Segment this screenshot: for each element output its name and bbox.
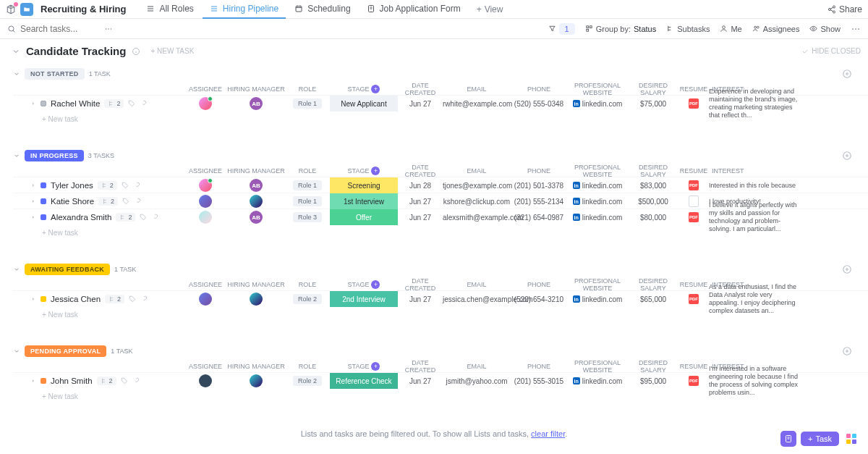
add-view-button[interactable]: + View xyxy=(469,4,511,14)
tag-icon[interactable] xyxy=(122,198,129,205)
tab-scheduling[interactable]: Scheduling xyxy=(287,0,357,19)
task-name[interactable]: Alexandra Smith xyxy=(51,213,111,222)
role-cell[interactable]: Role 2 xyxy=(285,376,330,386)
link-icon[interactable] xyxy=(151,214,158,221)
tag-icon[interactable] xyxy=(129,295,136,303)
interest-cell[interactable]: As a data enthusiast, I find the Data An… xyxy=(709,283,803,314)
groupby-button[interactable]: Group by: Status xyxy=(585,25,657,33)
status-dot[interactable] xyxy=(41,378,46,384)
task-name[interactable]: Tyler Jones xyxy=(51,181,93,190)
list-title[interactable]: Candidate Tracking xyxy=(26,45,126,57)
info-icon[interactable] xyxy=(132,47,140,56)
col-salary[interactable]: DESIRED SALARY xyxy=(628,277,678,292)
salary-cell[interactable]: $500,000 xyxy=(628,198,678,206)
stage-add-icon[interactable]: + xyxy=(371,167,380,175)
col-stage[interactable]: STAGE + xyxy=(330,167,398,175)
subtask-count[interactable]: 2 xyxy=(104,99,124,108)
add-column-icon[interactable] xyxy=(842,346,852,356)
email-cell[interactable]: kshore@clickup.com xyxy=(443,198,511,206)
col-phone[interactable]: PHONE xyxy=(511,363,567,370)
col-email[interactable]: EMAIL xyxy=(443,85,511,93)
website-cell[interactable]: inlinkedin.com xyxy=(567,377,628,385)
subtask-count[interactable]: 2 xyxy=(98,181,117,190)
col-role[interactable]: ROLE xyxy=(285,363,330,370)
website-cell[interactable]: inlinkedin.com xyxy=(567,295,628,303)
resume-cell[interactable]: PDF xyxy=(678,180,709,190)
subtask-count[interactable]: 2 xyxy=(105,295,124,303)
status-dot[interactable] xyxy=(41,182,46,188)
tag-icon[interactable] xyxy=(140,214,147,221)
col-email[interactable]: EMAIL xyxy=(443,363,511,370)
manager-cell[interactable]: AB xyxy=(227,211,285,224)
pdf-icon[interactable]: PDF xyxy=(689,180,699,190)
col-resume[interactable]: RESUME xyxy=(678,363,709,370)
add-column-icon[interactable] xyxy=(842,69,852,79)
date-cell[interactable]: Jun 27 xyxy=(398,198,443,206)
status-pill[interactable]: PENDING APPROVAL xyxy=(25,345,106,357)
col-assignee[interactable]: ASSIGNEE xyxy=(184,363,227,370)
salary-cell[interactable]: $80,000 xyxy=(628,214,678,222)
col-stage[interactable]: STAGE + xyxy=(330,362,398,371)
assignee-cell[interactable] xyxy=(184,374,227,387)
col-date-created[interactable]: DATE CREATED xyxy=(398,277,443,292)
col-date-created[interactable]: DATE CREATED xyxy=(398,164,443,178)
website-cell[interactable]: inlinkedin.com xyxy=(567,198,628,206)
more-icon[interactable] xyxy=(851,24,861,34)
col-date-created[interactable]: DATE CREATED xyxy=(398,359,443,374)
interest-cell[interactable]: Interested in this role because xyxy=(709,182,803,190)
role-cell[interactable]: Role 1 xyxy=(285,98,330,109)
fab-apps[interactable] xyxy=(843,431,859,447)
role-cell[interactable]: Role 3 xyxy=(285,212,330,222)
email-cell[interactable]: tjones@example.com xyxy=(443,182,511,190)
table-row[interactable]: Alexandra Smith 2 AB Role 3 Offer Jun 27… xyxy=(13,209,868,224)
col-interest[interactable]: INTEREST xyxy=(709,167,803,175)
date-cell[interactable]: Jun 27 xyxy=(398,377,443,385)
interest-cell[interactable]: Exiperence in developing and maintaining… xyxy=(709,88,803,119)
table-row[interactable]: Tyler Jones 2 AB Role 1 Screening Jun 28… xyxy=(13,177,868,193)
subtask-count[interactable]: 2 xyxy=(116,213,135,222)
date-cell[interactable]: Jun 27 xyxy=(398,295,443,303)
subtask-count[interactable]: 2 xyxy=(98,197,118,206)
chevron-down-icon[interactable] xyxy=(13,70,20,77)
col-date-created[interactable]: DATE CREATED xyxy=(398,82,443,96)
space-name[interactable]: Recruiting & Hiring xyxy=(41,4,126,14)
subtasks-button[interactable]: Subtasks xyxy=(666,25,710,33)
stage-cell[interactable]: 2nd Interview xyxy=(330,291,398,307)
chevron-down-icon[interactable] xyxy=(12,47,20,56)
hide-closed-button[interactable]: HIDE CLOSED xyxy=(801,47,861,55)
date-cell[interactable]: Jun 28 xyxy=(398,182,443,190)
phone-cell[interactable]: (520) 555-0348 xyxy=(511,100,567,108)
table-row[interactable]: John Smith 2 Role 2 Reference Check Jun … xyxy=(13,372,868,388)
fab-notepad[interactable] xyxy=(780,431,796,447)
website-cell[interactable]: inlinkedin.com xyxy=(567,182,628,190)
col-hiring-manager[interactable]: HIRING MANAGER xyxy=(227,167,285,175)
col-assignee[interactable]: ASSIGNEE xyxy=(184,85,227,93)
manager-cell[interactable] xyxy=(227,293,285,306)
pdf-icon[interactable]: PDF xyxy=(689,212,699,222)
pdf-icon[interactable]: PDF xyxy=(689,98,699,109)
email-cell[interactable]: alexsmith@example.com xyxy=(443,214,511,222)
chevron-down-icon[interactable] xyxy=(13,348,20,355)
table-row[interactable]: Jessica Chen 2 Role 2 2nd Interview Jun … xyxy=(13,290,868,306)
share-button[interactable]: Share xyxy=(827,4,862,14)
expand-icon[interactable] xyxy=(30,214,36,220)
folder-badge[interactable] xyxy=(20,3,33,16)
pdf-icon[interactable]: PDF xyxy=(689,376,699,386)
link-icon[interactable] xyxy=(140,100,147,107)
email-cell[interactable]: jsmith@yahoo.com xyxy=(443,377,511,385)
resume-cell[interactable]: PDF xyxy=(678,98,709,109)
task-name[interactable]: John Smith xyxy=(51,377,93,385)
expand-icon[interactable] xyxy=(30,296,36,302)
col-email[interactable]: EMAIL xyxy=(443,167,511,175)
assignee-cell[interactable] xyxy=(184,195,227,208)
col-website[interactable]: PROFESIONAL WEBSITE xyxy=(567,164,628,178)
phone-cell[interactable]: (201) 501-3378 xyxy=(511,182,567,190)
phone-cell[interactable]: (201) 555-3015 xyxy=(511,377,567,385)
link-icon[interactable] xyxy=(134,198,141,205)
assignee-cell[interactable] xyxy=(184,211,227,224)
col-website[interactable]: PROFESIONAL WEBSITE xyxy=(567,359,628,374)
col-phone[interactable]: PHONE xyxy=(511,281,567,288)
col-role[interactable]: ROLE xyxy=(285,85,330,93)
stage-cell[interactable]: Reference Check xyxy=(330,373,398,389)
col-phone[interactable]: PHONE xyxy=(511,85,567,93)
